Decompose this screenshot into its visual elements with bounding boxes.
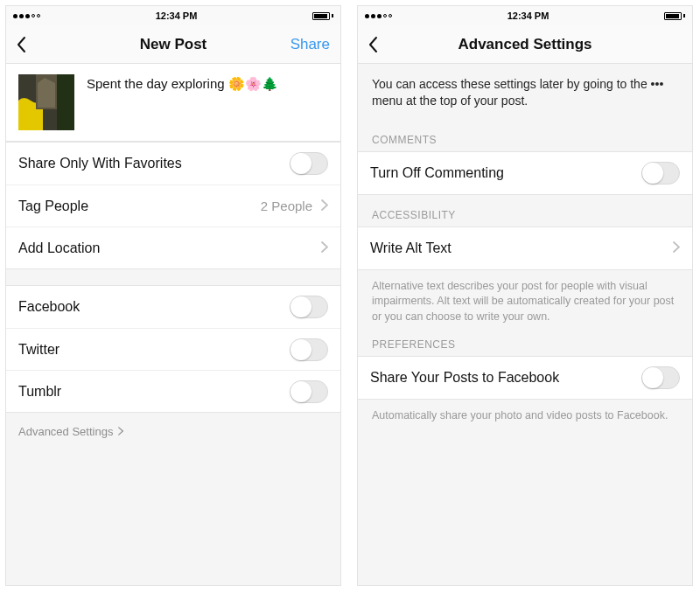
row-turn-off-commenting[interactable]: Turn Off Commenting [358,152,692,194]
signal-dots-icon [13,14,40,18]
section-preferences-label: PREFERENCES [358,324,692,356]
section-comments-label: COMMENTS [358,120,692,151]
row-label: Share Your Posts to Facebook [370,370,559,386]
advanced-settings-link[interactable]: Advanced Settings [6,413,340,450]
share-fb-hint: Automatically share your photo and video… [358,400,692,424]
page-title: New Post [140,36,207,53]
toggle-share-facebook[interactable] [641,366,680,389]
status-time: 12:34 PM [156,10,198,21]
row-share-twitter[interactable]: Twitter [6,328,340,370]
advanced-settings-label: Advanced Settings [18,425,113,438]
back-button[interactable] [367,25,379,63]
status-bar: 12:34 PM [6,6,340,25]
tag-people-count: 2 People [261,198,312,213]
row-label: Write Alt Text [370,240,452,256]
row-share-facebook[interactable]: Facebook [6,286,340,328]
status-time: 12:34 PM [508,10,550,21]
row-label: Add Location [18,240,100,256]
row-share-tumblr[interactable]: Tumblr [6,370,340,412]
signal-dots-icon [365,14,392,18]
page-title: Advanced Settings [458,36,592,53]
row-label: Share Only With Favorites [18,156,182,171]
chevron-right-icon [673,240,680,256]
section-accessibility-label: ACCESSIBILITY [358,195,692,226]
preferences-group: Share Your Posts to Facebook [358,356,692,400]
row-share-posts-facebook[interactable]: Share Your Posts to Facebook [358,357,692,399]
row-share-favorites[interactable]: Share Only With Favorites [6,143,340,185]
toggle-tumblr[interactable] [290,380,328,403]
share-to-group: Facebook Twitter Tumblr [6,285,340,413]
row-label: Turn Off Commenting [370,165,504,181]
share-button[interactable]: Share [290,25,330,63]
screen-new-post: 12:34 PM New Post Share Spent the day ex… [5,5,341,586]
row-label: Facebook [18,299,80,315]
status-bar: 12:34 PM [358,6,692,25]
alt-text-hint: Alternative text describes your post for… [358,270,692,325]
post-thumbnail[interactable] [18,74,74,130]
chevron-right-icon [321,198,328,214]
accessibility-group: Write Alt Text [358,226,692,270]
caption-text[interactable]: Spent the day exploring 🌼🌸🌲 [87,74,278,130]
row-alt-text[interactable]: Write Alt Text [358,227,692,269]
row-tag-people[interactable]: Tag People 2 People [6,185,340,226]
row-label: Tumblr [18,384,61,400]
toggle-favorites[interactable] [290,152,328,175]
row-label: Tag People [18,198,88,214]
post-options-group: Share Only With Favorites Tag People 2 P… [6,142,340,269]
chevron-right-icon [118,425,123,438]
caption-area[interactable]: Spent the day exploring 🌼🌸🌲 [6,64,340,142]
battery-icon [312,12,333,20]
back-button[interactable] [15,25,27,63]
battery-icon [664,12,685,20]
row-label: Twitter [18,342,60,358]
nav-bar: New Post Share [6,25,340,64]
toggle-facebook[interactable] [290,296,328,318]
toggle-commenting[interactable] [641,162,680,185]
svg-rect-1 [57,74,74,130]
screen-advanced-settings: 12:34 PM Advanced Settings You can acces… [357,5,693,586]
chevron-right-icon [321,240,328,256]
row-add-location[interactable]: Add Location [6,226,340,268]
info-text: You can access these settings later by g… [358,64,692,120]
comments-group: Turn Off Commenting [358,151,692,195]
toggle-twitter[interactable] [290,338,328,361]
nav-bar: Advanced Settings [358,25,692,64]
